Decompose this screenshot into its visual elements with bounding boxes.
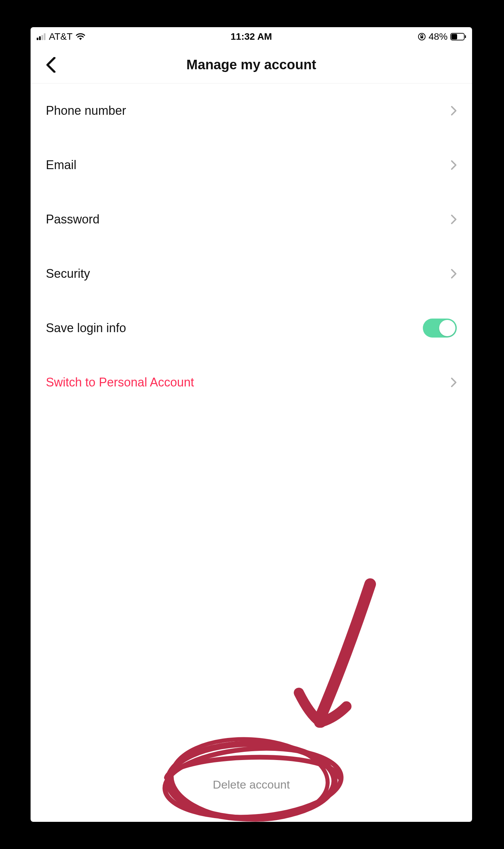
row-label: Security <box>46 267 90 281</box>
chevron-right-icon <box>451 269 457 279</box>
row-switch-account-type[interactable]: Switch to Personal Account <box>31 355 472 410</box>
status-left: AT&T <box>37 31 85 42</box>
row-label: Password <box>46 212 100 227</box>
row-save-login-info[interactable]: Save login info <box>31 301 472 355</box>
row-label: Phone number <box>46 104 126 118</box>
row-password[interactable]: Password <box>31 192 472 247</box>
svg-rect-4 <box>451 34 457 39</box>
orientation-lock-icon <box>418 33 426 41</box>
wifi-icon <box>76 33 85 40</box>
phone-screen: AT&T 11:32 AM <box>31 27 472 822</box>
delete-account-area: Delete account <box>31 747 472 822</box>
toggle-knob <box>439 320 455 336</box>
chevron-left-icon <box>45 57 57 73</box>
settings-list: Phone number Email Password Security <box>31 84 472 410</box>
row-phone-number[interactable]: Phone number <box>31 84 472 138</box>
delete-account-button[interactable]: Delete account <box>213 778 290 791</box>
signal-icon <box>37 33 46 40</box>
status-right: 48% <box>418 31 466 42</box>
chevron-right-icon <box>451 214 457 224</box>
battery-percent: 48% <box>429 31 448 42</box>
chevron-right-icon <box>451 106 457 116</box>
battery-icon <box>450 33 466 40</box>
carrier-label: AT&T <box>49 31 72 42</box>
row-label: Save login info <box>46 321 126 335</box>
spacer <box>31 410 472 747</box>
back-button[interactable] <box>41 55 61 75</box>
row-label: Email <box>46 158 76 172</box>
chevron-right-icon <box>451 160 457 170</box>
device-frame: AT&T 11:32 AM <box>0 0 504 849</box>
svg-rect-1 <box>420 36 423 38</box>
chevron-right-icon <box>451 377 457 387</box>
nav-header: Manage my account <box>31 46 472 84</box>
row-label: Switch to Personal Account <box>46 375 194 390</box>
row-email[interactable]: Email <box>31 138 472 192</box>
status-time: 11:32 AM <box>231 31 272 42</box>
svg-rect-3 <box>465 35 466 38</box>
page-title: Manage my account <box>186 57 316 72</box>
toggle-switch[interactable] <box>423 319 457 338</box>
status-bar: AT&T 11:32 AM <box>31 27 472 46</box>
row-security[interactable]: Security <box>31 247 472 301</box>
